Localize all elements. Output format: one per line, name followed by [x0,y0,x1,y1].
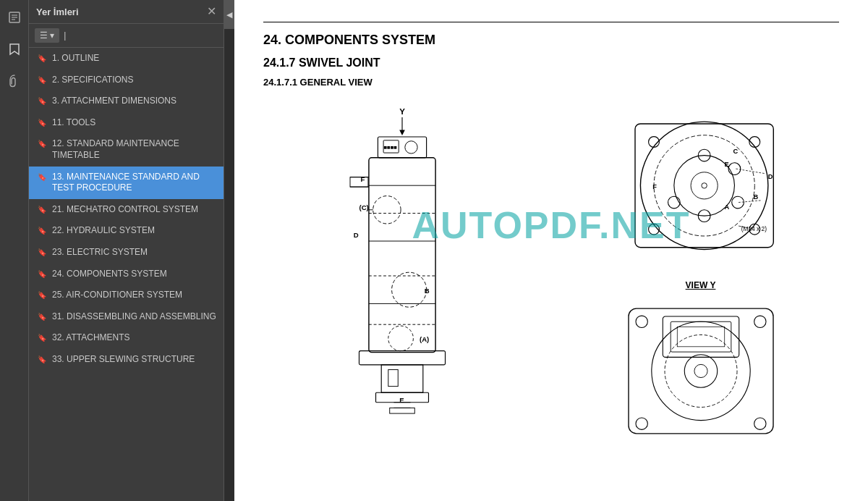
svg-text:C: C [733,148,738,155]
svg-point-75 [754,418,765,429]
svg-rect-69 [663,316,739,357]
sidebar-item-11[interactable]: 🔖25. AIR-CONDITIONER SYSTEM [29,285,224,306]
svg-point-28 [388,326,413,351]
attachments-icon[interactable] [4,71,25,91]
svg-text:(M24 x 2): (M24 x 2) [741,226,766,233]
svg-point-42 [691,172,718,199]
bookmark-icon: 🔖 [38,333,46,342]
drawing-right: A B C D E F (M [562,102,839,450]
top-divider [263,22,839,22]
sidebar-close-button[interactable]: ✕ [207,6,216,17]
sidebar-item-8[interactable]: 🔖22. HYDRAULIC SYSTEM [29,220,224,242]
svg-rect-71 [677,327,724,347]
svg-text:B: B [424,287,429,295]
svg-point-65 [651,321,749,420]
svg-text:B: B [753,193,758,201]
sidebar-item-6[interactable]: 🔖13. MAINTENANCE STANDARD AND TEST PROCE… [29,167,224,199]
svg-point-67 [684,355,717,387]
svg-marker-6 [399,130,405,135]
cursor-indicator: | [64,30,66,41]
svg-rect-11 [368,158,435,353]
sidebar-item-label: 25. AIR-CONDITIONER SYSTEM [52,290,182,301]
bookmark-icon: 🔖 [38,54,46,63]
sidebar-item-12[interactable]: 🔖31. DISASSEMBLING AND ASSEMBLING [29,306,224,328]
sidebar-panel: Yer İmleri ✕ ☰ ▾ | 🔖1. OUTLINE🔖2. SPECIF… [29,0,224,501]
sidebar-item-4[interactable]: 🔖11. TOOLS [29,112,224,134]
svg-text:F: F [652,183,657,190]
left-toolbar [0,0,29,501]
svg-text:■■■■: ■■■■ [383,144,397,151]
svg-point-74 [636,418,647,429]
sidebar-item-13[interactable]: 🔖32. ATTACHMENTS [29,327,224,349]
drawing-area: Y ■■■■ F [263,102,839,450]
sidebar-title: Yer İmleri [36,7,79,17]
sidebar-item-label: 12. STANDARD MAINTENANCE TIMETABLE [52,138,216,161]
main-content: 24. COMPONENTS SYSTEM 24.1.7 SWIVEL JOIN… [234,0,868,501]
sidebar-item-label: 3. ATTACHMENT DIMENSIONS [52,96,176,107]
svg-text:D: D [353,231,358,239]
svg-point-73 [754,316,765,327]
svg-text:D: D [767,173,773,180]
bookmark-icon: 🔖 [38,290,46,300]
document-title: 24. COMPONENTS SYSTEM [263,33,839,48]
sidebar-list-button[interactable]: ☰ ▾ [35,28,59,43]
svg-rect-31 [381,365,423,392]
sidebar-item-label: 2. SPECIFICATIONS [52,75,133,86]
svg-point-59 [668,196,680,209]
sidebar-item-9[interactable]: 🔖23. ELECTRIC SYSTEM [29,242,224,264]
pages-icon[interactable] [4,7,25,28]
svg-line-61 [739,201,762,203]
svg-rect-30 [359,351,445,365]
svg-rect-64 [629,308,773,434]
sidebar-collapse-handle[interactable]: ◀ [224,0,234,29]
svg-text:A: A [724,203,729,211]
bookmark-icon: 🔖 [38,118,46,127]
sidebar-item-14[interactable]: 🔖33. UPPER SLEWING STRUCTURE [29,349,224,371]
bookmark-icon: 🔖 [38,226,46,235]
sidebar-item-label: 31. DISASSEMBLING AND ASSEMBLING [52,311,216,323]
svg-rect-32 [388,370,397,387]
svg-point-68 [694,364,707,377]
bookmarks-icon[interactable] [4,39,25,59]
document-section-title: 24.1.7.1 GENERAL VIEW [263,77,839,88]
svg-rect-38 [389,408,414,413]
sidebar-toolbar: ☰ ▾ | [29,24,224,48]
view-y-drawing: A B C D E F (M [607,102,795,276]
svg-rect-19 [350,177,368,187]
sidebar-item-2[interactable]: 🔖2. SPECIFICATIONS [29,70,224,91]
sidebar-item-3[interactable]: 🔖3. ATTACHMENT DIMENSIONS [29,90,224,112]
svg-point-26 [391,272,426,307]
bottom-view-drawing [607,302,795,447]
sidebar-item-label: 32. ATTACHMENTS [52,332,130,344]
svg-point-23 [373,196,400,224]
sidebar-item-label: 1. OUTLINE [52,53,99,64]
sidebar-item-label: 21. MECHATRO CONTROL SYSTEM [52,204,198,216]
svg-point-56 [728,163,741,175]
sidebar-item-7[interactable]: 🔖21. MECHATRO CONTROL SYSTEM [29,199,224,221]
sidebar-item-10[interactable]: 🔖24. COMPONENTS SYSTEM [29,264,224,285]
bookmark-icon: 🔖 [38,96,46,106]
swivel-joint-drawing: Y ■■■■ F [308,102,496,450]
sidebar-item-label: 24. COMPONENTS SYSTEM [52,269,167,280]
bookmark-icon: 🔖 [38,269,46,279]
document-subtitle: 24.1.7 SWIVEL JOINT [263,56,839,70]
svg-text:F: F [360,175,365,183]
svg-point-57 [731,196,744,209]
svg-point-66 [665,334,737,407]
sidebar-item-1[interactable]: 🔖1. OUTLINE [29,48,224,70]
bookmark-icon: 🔖 [38,172,46,182]
sidebar-item-5[interactable]: 🔖12. STANDARD MAINTENANCE TIMETABLE [29,133,224,166]
bookmark-icon: 🔖 [38,312,46,321]
svg-point-9 [404,141,417,153]
bookmark-icon: 🔖 [38,248,46,257]
bookmark-icon: 🔖 [38,75,46,85]
sidebar-item-label: 23. ELECTRIC SYSTEM [52,247,148,258]
svg-text:(C): (C) [359,203,368,211]
svg-text:E: E [724,161,728,168]
collapse-arrow: ◀ [226,10,232,20]
bookmark-icon: 🔖 [38,205,46,214]
sidebar-header: Yer İmleri ✕ [29,0,224,24]
bookmark-icon: 🔖 [38,355,46,364]
svg-point-43 [701,183,706,188]
sidebar-item-label: 13. MAINTENANCE STANDARD AND TEST PROCED… [52,172,216,194]
